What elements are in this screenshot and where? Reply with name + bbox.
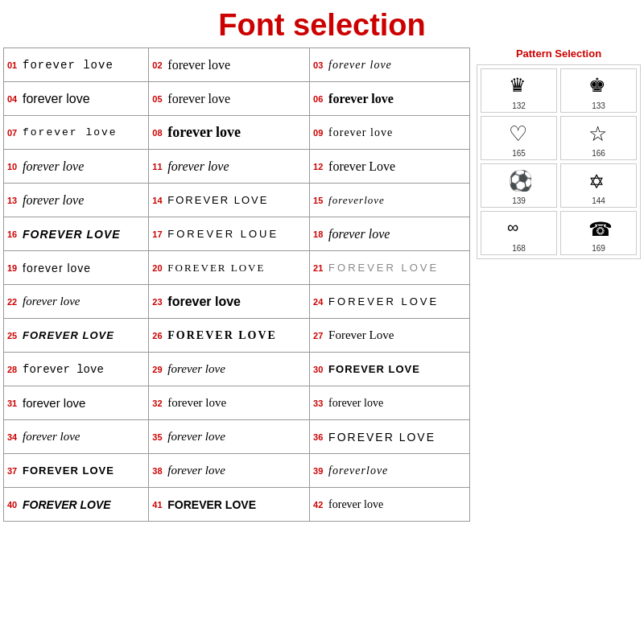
font-cell[interactable]: 39foreverlove: [310, 454, 470, 488]
pattern-icon: ☎: [587, 215, 611, 242]
font-sample: forever love: [167, 124, 241, 141]
pattern-icon: ⚽: [507, 167, 531, 195]
font-cell[interactable]: 07forever love: [4, 116, 149, 150]
font-num: 15: [313, 196, 326, 205]
pattern-icon: ☆: [587, 120, 611, 147]
font-num: 28: [7, 365, 20, 374]
font-sample: forever love: [328, 397, 383, 410]
svg-text:⚽: ⚽: [508, 168, 531, 192]
font-cell[interactable]: 31forever love: [4, 386, 149, 420]
font-num: 23: [152, 297, 165, 307]
font-num: 19: [7, 263, 20, 273]
font-cell[interactable]: 26FOREVER LOVE: [149, 319, 310, 353]
svg-text:☆: ☆: [588, 122, 607, 144]
font-cell[interactable]: 03forever love: [310, 48, 470, 82]
font-num: 16: [7, 229, 20, 239]
font-cell[interactable]: 35forever love: [149, 420, 310, 454]
font-cell[interactable]: 11forever love: [149, 150, 310, 184]
font-cell[interactable]: 04forever love: [4, 82, 149, 116]
font-num: 04: [7, 94, 20, 104]
font-table: 01forever love02forever love03forever lo…: [3, 47, 470, 522]
font-cell[interactable]: 05forever love: [149, 82, 310, 116]
font-cell[interactable]: 19forever love: [4, 251, 149, 285]
pattern-icon: ✡: [587, 167, 611, 195]
font-sample: forever love: [167, 464, 225, 477]
pattern-item[interactable]: ⚽139: [481, 163, 557, 208]
font-sample: FOREVER LOVE: [23, 329, 114, 341]
font-num: 38: [152, 466, 165, 476]
font-num: 40: [7, 500, 20, 510]
font-cell[interactable]: 30FOREVER LOVE: [310, 353, 470, 386]
font-cell[interactable]: 32forever love: [149, 386, 310, 420]
font-sample: FOREVER LOVE: [167, 329, 277, 342]
font-sample: FOREVER LOVE: [167, 194, 268, 206]
pattern-num: 133: [592, 101, 605, 110]
font-cell[interactable]: 13forever love: [4, 184, 149, 217]
font-cell[interactable]: 10forever love: [4, 150, 149, 184]
svg-text:♚: ♚: [588, 74, 606, 96]
font-sample: forever love: [167, 295, 241, 309]
font-sample: FOREVER LOVE: [328, 363, 420, 375]
font-cell[interactable]: 08forever love: [149, 116, 310, 150]
font-cell[interactable]: 27Forever Love: [310, 319, 470, 353]
font-cell[interactable]: 23forever love: [149, 285, 310, 319]
pattern-num: 144: [592, 196, 605, 205]
font-sample: forever love: [167, 92, 230, 106]
svg-text:♡: ♡: [509, 122, 527, 144]
font-cell[interactable]: 24FOREVER LOVE: [310, 285, 470, 319]
font-num: 21: [313, 263, 326, 273]
font-cell[interactable]: 25FOREVER LOVE: [4, 319, 149, 353]
font-cell[interactable]: 22forever love: [4, 285, 149, 319]
font-sample: FOREVER LOVE: [23, 498, 111, 511]
pattern-item[interactable]: ♡165: [481, 116, 557, 160]
font-num: 30: [313, 365, 326, 374]
pattern-num: 165: [512, 149, 526, 158]
font-cell[interactable]: 09forever love: [310, 116, 470, 150]
font-sample: forever Love: [328, 159, 395, 174]
font-sample: FOREVER LOVE: [328, 262, 439, 274]
svg-text:∞: ∞: [507, 218, 518, 236]
pattern-item[interactable]: ✡144: [560, 163, 637, 208]
font-cell[interactable]: 40FOREVER LOVE: [4, 488, 149, 522]
font-cell[interactable]: 17FOREVER LOUE: [149, 217, 310, 251]
font-sample: forever love: [328, 498, 383, 511]
font-cell[interactable]: 38forever love: [149, 454, 310, 488]
font-sample: forever love: [328, 92, 394, 106]
font-cell[interactable]: 15foreverlove: [310, 184, 470, 217]
font-cell[interactable]: 36FOREVER LOVE: [310, 420, 470, 454]
pattern-item[interactable]: ☎169: [560, 211, 637, 255]
font-cell[interactable]: 01forever love: [4, 48, 149, 82]
font-sample: forever love: [167, 159, 229, 174]
font-sample: FOREVER LOVE: [167, 498, 256, 511]
font-num: 37: [7, 466, 20, 476]
font-cell[interactable]: 37FOREVER LOVE: [4, 454, 149, 488]
svg-text:✡: ✡: [588, 171, 605, 192]
font-num: 18: [313, 229, 326, 239]
font-sample: forever love: [167, 58, 230, 72]
pattern-item[interactable]: ∞168: [481, 211, 557, 255]
font-cell[interactable]: 02forever love: [149, 48, 310, 82]
font-cell[interactable]: 14FOREVER LOVE: [149, 184, 310, 217]
font-cell[interactable]: 41FOREVER LOVE: [149, 488, 310, 522]
font-cell[interactable]: 33forever love: [310, 386, 470, 420]
font-num: 36: [313, 432, 326, 442]
font-cell[interactable]: 29forever love: [149, 353, 310, 386]
font-num: 42: [313, 500, 326, 510]
font-cell[interactable]: 20FOREVER LOVE: [149, 251, 310, 285]
pattern-item[interactable]: ☆166: [560, 116, 637, 160]
font-sample: FOREVER LOVE: [328, 295, 439, 308]
font-cell[interactable]: 18forever love: [310, 217, 470, 251]
font-cell[interactable]: 16FOREVER LOVE: [4, 217, 149, 251]
font-sample: forever love: [23, 92, 90, 106]
font-cell[interactable]: 34forever love: [4, 420, 149, 454]
pattern-item[interactable]: ♚133: [560, 68, 637, 113]
font-cell[interactable]: 28forever love: [4, 353, 149, 386]
pattern-item[interactable]: ♛132: [481, 68, 557, 113]
font-cell[interactable]: 12forever Love: [310, 150, 470, 184]
pattern-icon: ♛: [507, 72, 531, 100]
font-num: 06: [313, 94, 326, 104]
font-cell[interactable]: 42forever love: [310, 488, 470, 522]
font-cell[interactable]: 21FOREVER LOVE: [310, 251, 470, 285]
font-cell[interactable]: 06forever love: [310, 82, 470, 116]
font-num: 41: [152, 500, 165, 510]
